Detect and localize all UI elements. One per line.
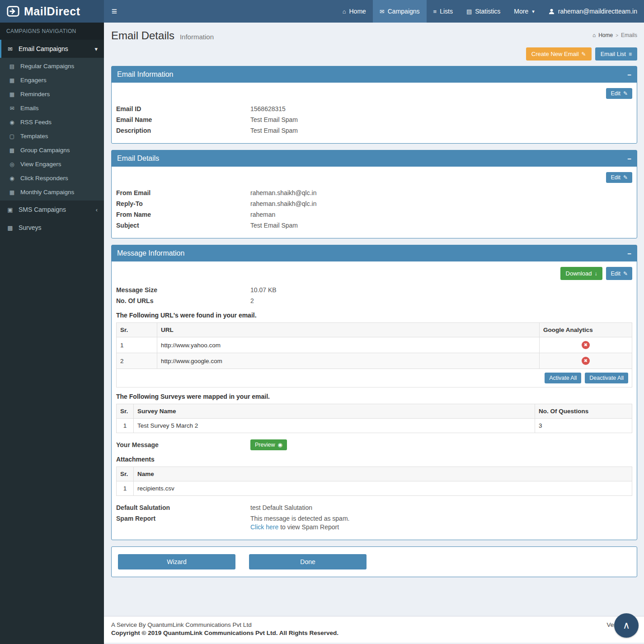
sidebar-item-label: Monthly Campaigns bbox=[20, 189, 74, 196]
field-value: Test Email Spam bbox=[250, 127, 298, 134]
sidebar-toggle-button[interactable]: ≡ bbox=[104, 0, 125, 23]
edit-icon: ✎ bbox=[623, 271, 628, 277]
scroll-to-top-button[interactable]: ∧ bbox=[614, 613, 639, 638]
download-label: Download bbox=[566, 270, 592, 277]
field-label: Reply-To bbox=[116, 200, 250, 207]
table-row: 1 http://www.yahoo.com ✖ bbox=[117, 337, 632, 353]
sidebar-item-regular-campaigns[interactable]: ▤ Regular Campaigns bbox=[0, 59, 104, 73]
collapse-icon[interactable]: − bbox=[627, 250, 631, 257]
breadcrumb-current: Emails bbox=[621, 32, 637, 38]
sidebar-item-label: Templates bbox=[20, 133, 48, 140]
sidebar-item-email-campaigns[interactable]: ✉ Email Campaigns ▾ bbox=[0, 40, 104, 58]
user-menu[interactable]: raheman@maildirectteam.in bbox=[541, 0, 644, 23]
field-label: Subject bbox=[116, 222, 250, 229]
field-label: From Name bbox=[116, 211, 250, 218]
panel-header: Message Information − bbox=[112, 245, 637, 261]
field-label: Spam Report bbox=[116, 515, 250, 531]
list-icon: ≡ bbox=[629, 51, 632, 57]
collapse-icon[interactable]: − bbox=[627, 71, 631, 79]
top-navbar: MailDirect ≡ ⌂ Home ✉ Campaigns ≡ Lists … bbox=[0, 0, 644, 23]
content: Email Details Information ⌂ Home > Email… bbox=[104, 23, 644, 616]
attachments-label: Attachments bbox=[116, 456, 632, 463]
caret-down-icon: ▾ bbox=[532, 9, 535, 14]
sidebar-item-emails[interactable]: ✉ Emails bbox=[0, 101, 104, 115]
panel-body: Edit ✎ Email ID 1568628315 Email Name Te… bbox=[112, 83, 637, 143]
edit-email-information-button[interactable]: Edit ✎ bbox=[606, 88, 632, 99]
edit-email-details-button[interactable]: Edit ✎ bbox=[606, 172, 632, 183]
column-header: No. Of Questions bbox=[535, 404, 632, 419]
sidebar-item-reminders[interactable]: ▦ Reminders bbox=[0, 87, 104, 101]
activate-all-button[interactable]: Activate All bbox=[545, 373, 581, 383]
page-title: Email Details bbox=[111, 29, 174, 42]
sms-campaigns-icon: ▣ bbox=[6, 206, 14, 213]
field-row: Description Test Email Spam bbox=[116, 125, 632, 136]
sidebar-item-group-campaigns[interactable]: ▩ Group Campaigns bbox=[0, 143, 104, 157]
brand[interactable]: MailDirect bbox=[0, 0, 104, 23]
sidebar-item-sms-campaigns[interactable]: ▣ SMS Campaigns ‹ bbox=[0, 201, 104, 219]
email-list-button[interactable]: Email List ≡ bbox=[595, 47, 637, 61]
page-actions: Create New Email ✎ Email List ≡ bbox=[104, 45, 644, 66]
field-row: From Email raheman.shaikh@qlc.in bbox=[116, 187, 632, 198]
sidebar-item-rss-feeds[interactable]: ◉ RSS Feeds bbox=[0, 115, 104, 129]
nav-statistics[interactable]: ▤ Statistics bbox=[460, 0, 507, 23]
field-label: Email Name bbox=[116, 116, 250, 123]
wizard-button[interactable]: Wizard bbox=[118, 554, 235, 569]
panel-body: Edit ✎ From Email raheman.shaikh@qlc.in … bbox=[112, 167, 637, 238]
monthly-campaigns-icon: ▦ bbox=[8, 189, 16, 196]
create-new-email-button[interactable]: Create New Email ✎ bbox=[526, 47, 592, 61]
breadcrumb-home-link[interactable]: Home bbox=[598, 32, 613, 38]
spam-report-link[interactable]: Click here bbox=[250, 523, 278, 531]
edit-message-button[interactable]: Edit ✎ bbox=[606, 267, 632, 280]
table-cell: http://www.yahoo.com bbox=[157, 337, 540, 353]
nav-statistics-label: Statistics bbox=[475, 8, 500, 15]
sidebar-item-engagers[interactable]: ▦ Engagers bbox=[0, 73, 104, 87]
download-button[interactable]: Download ↓ bbox=[560, 267, 603, 280]
footer: A Service By QuantumLink Communications … bbox=[104, 616, 644, 643]
field-row: Reply-To raheman.shaikh@qlc.in bbox=[116, 198, 632, 209]
sidebar-item-templates[interactable]: ▢ Templates bbox=[0, 129, 104, 143]
click-responders-icon: ◉ bbox=[8, 175, 16, 182]
sidebar-item-label: Click Responders bbox=[20, 175, 68, 182]
column-header: Name bbox=[134, 467, 632, 481]
sidebar-item-label: RSS Feeds bbox=[20, 119, 52, 126]
deactivate-analytics-icon[interactable]: ✖ bbox=[582, 357, 590, 365]
table-cell: 3 bbox=[535, 419, 632, 433]
panel-header: Email Information − bbox=[112, 66, 637, 83]
sidebar-item-view-engagers[interactable]: ◎ View Engagers bbox=[0, 157, 104, 171]
home-icon: ⌂ bbox=[592, 32, 596, 38]
urls-heading: The Following URL's were found in your e… bbox=[116, 312, 632, 319]
sidebar-heading: CAMPAIGNS NAVIGATION bbox=[0, 23, 104, 40]
table-row: 1 recipients.csv bbox=[117, 481, 632, 496]
breadcrumb: ⌂ Home > Emails bbox=[592, 32, 637, 38]
field-value: 10.07 KB bbox=[250, 286, 277, 294]
sidebar-item-label: Email Campaigns bbox=[19, 45, 68, 52]
nav-home[interactable]: ⌂ Home bbox=[336, 0, 373, 23]
edit-icon: ✎ bbox=[623, 174, 628, 181]
deactivate-all-button[interactable]: Deactivate All bbox=[585, 373, 628, 383]
done-button[interactable]: Done bbox=[249, 554, 367, 569]
column-header: Sr. bbox=[117, 323, 157, 337]
nav-lists-label: Lists bbox=[440, 8, 453, 15]
nav-more[interactable]: More ▾ bbox=[507, 0, 541, 23]
navbar-menu: ⌂ Home ✉ Campaigns ≡ Lists ▤ Statistics … bbox=[336, 0, 644, 23]
spam-report-row: Spam Report This message is detected as … bbox=[116, 513, 632, 532]
table-header-row: Sr. Name bbox=[117, 467, 632, 481]
field-label: From Email bbox=[116, 189, 250, 196]
nav-lists[interactable]: ≡ Lists bbox=[427, 0, 460, 23]
sidebar-item-monthly-campaigns[interactable]: ▦ Monthly Campaigns bbox=[0, 185, 104, 199]
preview-button[interactable]: Preview ◉ bbox=[250, 439, 287, 450]
nav-campaigns-label: Campaigns bbox=[388, 8, 420, 15]
table-row: 1 Test Survey 5 March 2 3 bbox=[117, 419, 632, 433]
nav-campaigns[interactable]: ✉ Campaigns bbox=[373, 0, 427, 23]
deactivate-analytics-icon[interactable]: ✖ bbox=[582, 341, 590, 349]
rss-icon: ◉ bbox=[8, 119, 16, 126]
sidebar-item-click-responders[interactable]: ◉ Click Responders bbox=[0, 171, 104, 185]
attachment-table: Sr. Name 1 recipients.csv bbox=[116, 467, 632, 496]
collapse-icon[interactable]: − bbox=[627, 155, 631, 163]
footer-copyright: Copyright © 2019 QuantumLink Communicati… bbox=[111, 630, 338, 636]
sidebar-item-surveys[interactable]: ▩ Surveys bbox=[0, 219, 104, 237]
column-header: Sr. bbox=[117, 467, 134, 481]
sidebar-item-label: View Engagers bbox=[20, 161, 61, 168]
column-header: URL bbox=[157, 323, 540, 337]
url-table: Sr. URL Google Analytics 1 http://www.ya… bbox=[116, 322, 632, 369]
